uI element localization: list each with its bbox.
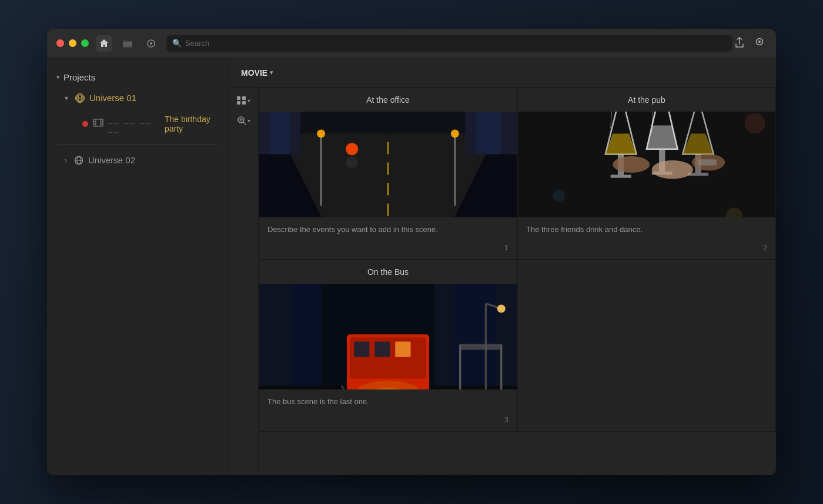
svg-point-61 (613, 156, 650, 173)
recording-dot (82, 121, 88, 127)
svg-rect-20 (242, 101, 246, 105)
projects-chevron: ▾ (56, 73, 60, 81)
folder-icon[interactable] (119, 35, 136, 52)
card-2-title: At the pub (518, 88, 775, 112)
svg-point-44 (346, 156, 358, 169)
grid-view-button[interactable]: ▾ (235, 92, 253, 109)
universe02-label: Universe 02 (88, 155, 135, 165)
top-right-controls (732, 35, 767, 52)
share-icon[interactable] (732, 35, 747, 52)
svg-rect-93 (395, 342, 410, 357)
card-2-desc: The three friends drink and dance. (518, 217, 775, 240)
window-body: ▾ Projects ▾ Universe 0 (47, 58, 776, 475)
svg-point-30 (317, 129, 325, 137)
minimize-button[interactable] (69, 39, 76, 47)
sidebar-item-universe02[interactable]: › Universe 02 (47, 149, 229, 171)
traffic-lights (56, 39, 89, 47)
card-1-image (259, 112, 517, 217)
projects-section: ▾ Projects ▾ Universe 0 (47, 58, 229, 180)
main-right: MOVIE ▾ (229, 58, 776, 475)
sidebar: ▾ Projects ▾ Universe 0 (47, 58, 229, 475)
movie-label: MOVIE (241, 68, 267, 78)
projects-header[interactable]: ▾ Projects (47, 68, 229, 87)
svg-point-1 (150, 42, 152, 45)
card-on-the-bus[interactable]: On the Bus (259, 260, 517, 432)
universe02-chevron: › (65, 156, 67, 164)
sidebar-item-birthday-party[interactable]: __ __ __ __ The birthday party (47, 109, 229, 139)
close-button[interactable] (56, 39, 64, 47)
pin-icon[interactable] (143, 35, 159, 52)
settings-icon[interactable] (752, 35, 767, 52)
grid-chevron-icon: ▾ (247, 98, 250, 104)
svg-rect-7 (93, 119, 103, 126)
card-1-number: 1 (259, 240, 517, 259)
card-2-number: 2 (518, 240, 775, 259)
svg-marker-56 (647, 125, 678, 149)
svg-rect-91 (354, 342, 369, 357)
main-body: ▾ ▾ (229, 88, 776, 475)
main-window: 🔍 (47, 29, 776, 475)
sidebar-divider (56, 144, 219, 145)
svg-point-3 (758, 41, 761, 43)
card-3-image (259, 284, 517, 389)
svg-rect-64 (698, 159, 717, 166)
card-1-title: At the office (259, 88, 517, 112)
film-icon (93, 118, 103, 130)
card-3-desc: The bus scene is the last one. (259, 389, 517, 412)
search-icon: 🔍 (172, 39, 182, 48)
desktop: 🔍 (0, 0, 823, 504)
card-at-the-office[interactable]: At the office (259, 88, 517, 260)
svg-rect-17 (237, 96, 240, 100)
main-header: MOVIE ▾ (229, 58, 776, 88)
zoom-button[interactable]: ▾ (235, 112, 253, 129)
titlebar: 🔍 (47, 29, 776, 58)
nav-icons (96, 35, 159, 52)
svg-rect-106 (460, 345, 501, 350)
universe01-label: Universe 01 (89, 93, 136, 103)
card-3-title: On the Bus (259, 260, 517, 284)
svg-point-62 (652, 160, 693, 179)
projects-label: Projects (63, 72, 95, 82)
card-1-desc: Describe the events you want to add in t… (259, 217, 517, 240)
card-at-the-pub[interactable]: At the pub (517, 88, 776, 260)
card-2-image (518, 112, 775, 217)
movie-dropdown[interactable]: MOVIE ▾ (241, 68, 273, 78)
cards-area: At the office (259, 88, 776, 475)
svg-rect-18 (242, 96, 246, 100)
sidebar-item-universe01[interactable]: ▾ Universe 01 (47, 87, 229, 109)
zoom-chevron-icon: ▾ (247, 117, 250, 124)
movie-chevron-icon: ▾ (270, 69, 273, 76)
home-icon[interactable] (96, 35, 112, 52)
svg-point-43 (346, 143, 358, 155)
svg-rect-92 (374, 342, 390, 357)
svg-point-69 (553, 189, 566, 201)
svg-rect-34 (270, 112, 290, 154)
universe02-globe-icon (74, 156, 83, 165)
svg-rect-74 (290, 284, 322, 386)
card-empty (517, 260, 776, 432)
birthday-party-label: The birthday party (165, 115, 219, 133)
svg-rect-36 (476, 112, 501, 154)
svg-point-32 (451, 129, 459, 137)
cards-grid: At the office (259, 88, 776, 432)
svg-point-100 (497, 305, 506, 313)
card-3-number: 3 (259, 412, 517, 431)
svg-rect-51 (611, 175, 631, 178)
svg-point-68 (744, 113, 765, 133)
search-input[interactable] (185, 39, 727, 48)
search-bar[interactable]: 🔍 (166, 35, 732, 52)
left-toolbar: ▾ ▾ (229, 88, 259, 475)
svg-line-22 (243, 122, 246, 125)
fullscreen-button[interactable] (81, 39, 89, 47)
scene-dashes: __ __ __ __ (108, 115, 158, 133)
universe01-globe-icon (75, 93, 85, 103)
svg-rect-19 (237, 101, 240, 105)
universe01-chevron: ▾ (65, 94, 68, 102)
